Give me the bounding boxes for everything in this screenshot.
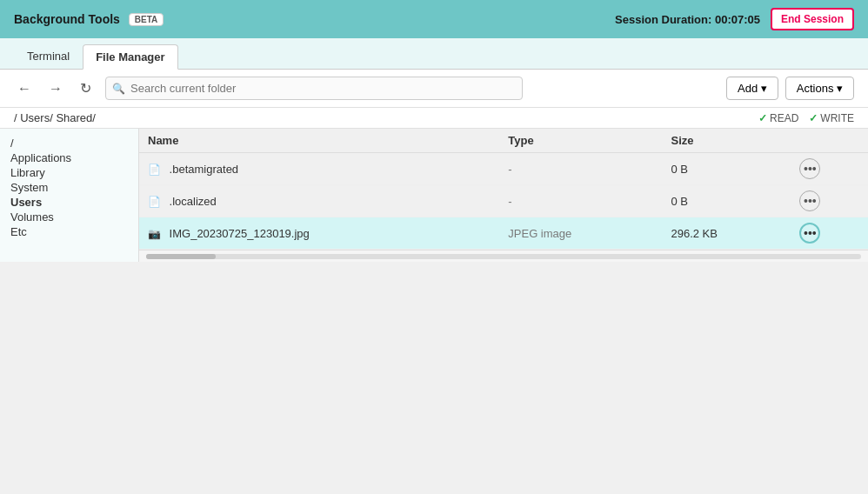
end-session-button[interactable]: End Session xyxy=(771,8,854,30)
forward-button[interactable]: → xyxy=(45,79,66,98)
actions-button[interactable]: Actions ▾ xyxy=(785,77,854,100)
file-menu-button[interactable]: ••• xyxy=(799,190,820,211)
col-size: Size xyxy=(662,129,791,153)
sidebar-item-users[interactable]: Users xyxy=(10,195,128,210)
search-bar: 🔍 xyxy=(105,77,523,100)
search-icon: 🔍 xyxy=(112,83,125,95)
file-list: Name Type Size 📄 .betamigrated - 0 B xyxy=(139,129,868,250)
file-icon: 📄 xyxy=(148,164,161,176)
tab-bar: Terminal File Manager xyxy=(0,38,868,70)
content-wrap: Name Type Size 📄 .betamigrated - 0 B xyxy=(139,129,868,262)
file-name: 📄 .localized xyxy=(139,185,499,217)
file-table: Name Type Size 📄 .betamigrated - 0 B xyxy=(139,129,868,250)
read-permission: ✓ READ xyxy=(758,112,798,124)
header: Background Tools BETA Session Duration: … xyxy=(0,0,868,38)
file-menu-button-active[interactable]: ••• xyxy=(799,223,820,244)
sidebar-item-library[interactable]: Library xyxy=(10,165,128,180)
file-size: 0 B xyxy=(662,185,791,217)
sidebar: / Applications Library System Users Volu… xyxy=(0,129,139,262)
search-input[interactable] xyxy=(105,77,523,100)
add-button[interactable]: Add ▾ xyxy=(726,77,778,100)
table-row: 📄 .betamigrated - 0 B ••• xyxy=(139,153,868,185)
file-type: JPEG image xyxy=(499,217,662,250)
file-size: 296.2 KB xyxy=(662,217,791,250)
file-actions-cell: ••• Download Copy Cut Delete Rename xyxy=(791,217,868,250)
file-name: 📄 .betamigrated xyxy=(139,153,499,185)
scrollbar-track xyxy=(146,254,861,259)
col-actions xyxy=(791,129,868,153)
write-permission: ✓ WRITE xyxy=(809,112,854,124)
file-type: - xyxy=(499,185,662,217)
table-row: 📷 IMG_20230725_123019.jpg JPEG image 296… xyxy=(139,217,868,250)
file-icon: 📄 xyxy=(148,196,161,208)
permissions: ✓ READ ✓ WRITE xyxy=(758,112,854,124)
breadcrumb-bar: / Users/ Shared/ ✓ READ ✓ WRITE xyxy=(0,108,868,129)
file-icon: 📷 xyxy=(148,228,161,240)
session-duration: Session Duration: 00:07:05 xyxy=(615,13,760,26)
main-area: / Applications Library System Users Volu… xyxy=(0,129,868,262)
file-type: - xyxy=(499,153,662,185)
scrollbar-thumb[interactable] xyxy=(146,254,216,259)
sidebar-item-etc[interactable]: Etc xyxy=(10,224,128,239)
session-time: 00:07:05 xyxy=(715,13,760,26)
file-name: 📷 IMG_20230725_123019.jpg xyxy=(139,217,499,250)
sidebar-item-applications[interactable]: Applications xyxy=(10,150,128,165)
header-right: Session Duration: 00:07:05 End Session xyxy=(615,8,854,30)
file-menu-button[interactable]: ••• xyxy=(799,158,820,179)
sidebar-item-system[interactable]: System xyxy=(10,180,128,195)
file-actions-cell: ••• xyxy=(791,185,868,217)
tab-file-manager[interactable]: File Manager xyxy=(83,44,177,70)
tab-terminal[interactable]: Terminal xyxy=(14,43,83,69)
beta-badge: BETA xyxy=(129,13,164,26)
sidebar-item-volumes[interactable]: Volumes xyxy=(10,210,128,224)
back-button[interactable]: ← xyxy=(14,79,35,98)
file-actions-cell: ••• xyxy=(791,153,868,185)
refresh-button[interactable]: ↻ xyxy=(77,78,95,98)
app-title: Background Tools xyxy=(14,12,120,26)
header-left: Background Tools BETA xyxy=(14,12,164,26)
table-row: 📄 .localized - 0 B ••• xyxy=(139,185,868,217)
toolbar: ← → ↻ 🔍 Add ▾ Actions ▾ xyxy=(0,70,868,108)
breadcrumb: / Users/ Shared/ xyxy=(14,111,96,124)
table-header-row: Name Type Size xyxy=(139,129,868,153)
col-type: Type xyxy=(499,129,662,153)
horizontal-scrollbar[interactable] xyxy=(139,250,868,262)
file-size: 0 B xyxy=(662,153,791,185)
toolbar-right: Add ▾ Actions ▾ xyxy=(726,77,854,100)
col-name: Name xyxy=(139,129,499,153)
sidebar-item-root[interactable]: / xyxy=(10,136,128,150)
